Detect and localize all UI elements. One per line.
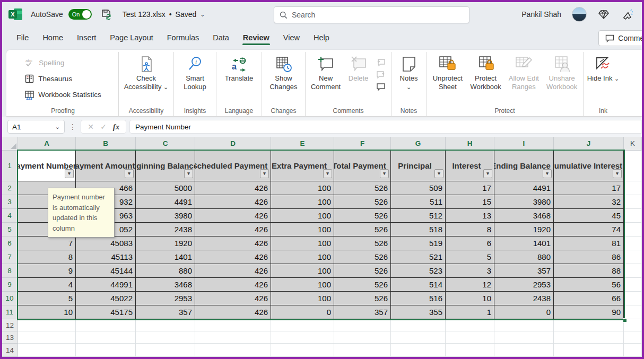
cell-f3[interactable]: 526 [334,195,391,209]
cell-h11[interactable]: 1 [446,305,494,319]
header-cell-f1[interactable]: Total Payment▾ [334,151,391,181]
tab-help[interactable]: Help [307,29,336,47]
cell-e5[interactable]: 100 [271,223,334,237]
cell-c8[interactable]: 880 [136,264,195,278]
cell-j2[interactable]: 17 [554,181,624,195]
cell-h8[interactable]: 3 [446,264,494,278]
cell-c3[interactable]: 4491 [136,195,195,209]
cell-i5[interactable]: 1920 [494,223,554,237]
cell-a12[interactable] [18,319,76,331]
cell-k6[interactable] [624,237,642,250]
cell-f13[interactable] [334,331,391,344]
cell-i13[interactable] [494,331,554,344]
cell-i11[interactable]: 0 [494,305,554,319]
cell-k8[interactable] [624,264,642,278]
cell-h6[interactable]: 6 [446,237,494,250]
cell-e13[interactable] [271,331,334,344]
cell-d9[interactable]: 426 [195,278,271,292]
row-header-4[interactable]: 4 [2,209,18,223]
cell-c12[interactable] [136,319,195,331]
notes-button[interactable]: Notes⌄ [394,53,424,92]
document-title[interactable]: Test 123.xlsx [123,10,166,19]
tab-file[interactable]: File [10,29,36,47]
tab-formulas[interactable]: Formulas [160,29,206,47]
cell-c10[interactable]: 2953 [136,292,195,305]
row-header-12[interactable]: 12 [2,319,18,331]
show-comments-button[interactable] [375,82,387,91]
header-cell-j1[interactable]: Cumulative Interest▾ [554,151,624,181]
cell-i6[interactable]: 1401 [494,237,554,250]
cell-j7[interactable]: 86 [554,250,624,264]
cell-f2[interactable]: 526 [334,181,391,195]
cell-b8[interactable]: 45144 [76,264,136,278]
header-cell-d1[interactable]: Scheduled Payment▾ [195,151,271,181]
cell-h10[interactable]: 10 [446,292,494,305]
cell-a8[interactable]: 9 [18,264,76,278]
cell-f12[interactable] [334,319,391,331]
cell-d10[interactable]: 426 [195,292,271,305]
cell-d4[interactable]: 426 [195,209,271,223]
cell-g10[interactable]: 516 [391,292,446,305]
premium-diamond-icon[interactable] [597,8,610,21]
cell-i14[interactable] [494,344,554,357]
cell-i10[interactable]: 2438 [494,292,554,305]
cell-g7[interactable]: 521 [391,250,446,264]
search-input[interactable] [292,11,464,19]
cell-f14[interactable] [334,344,391,357]
user-avatar[interactable] [572,7,587,22]
cell-a7[interactable]: 8 [18,250,76,264]
tab-insert[interactable]: Insert [70,29,103,47]
cell-e8[interactable]: 100 [271,264,334,278]
cell-e4[interactable]: 100 [271,209,334,223]
cell-b7[interactable]: 45113 [76,250,136,264]
show-changes-button[interactable]: Show Changes [265,53,303,92]
cell-e2[interactable]: 100 [271,181,334,195]
header-cell-e1[interactable]: Extra Payment▾ [271,151,334,181]
cell-d14[interactable] [195,344,271,357]
cell-k12[interactable] [624,319,642,331]
cell-j3[interactable]: 32 [554,195,624,209]
row-header-6[interactable]: 6 [2,237,18,250]
cell-e11[interactable]: 0 [271,305,334,319]
cell-g4[interactable]: 512 [391,209,446,223]
cell-g12[interactable] [391,319,446,331]
title-chevron-down-icon[interactable]: ⌄ [200,11,205,18]
row-header-1[interactable]: 1 [2,151,18,181]
tab-page-layout[interactable]: Page Layout [103,29,160,47]
cell-j9[interactable]: 56 [554,278,624,292]
cell-d2[interactable]: 426 [195,181,271,195]
column-header-i[interactable]: I [494,137,554,151]
workbook-statistics-button[interactable]: 123 Workbook Statistics [21,87,104,102]
cell-c5[interactable]: 2438 [136,223,195,237]
column-header-h[interactable]: H [446,137,494,151]
cell-k1[interactable] [624,151,642,181]
cell-c2[interactable]: 5000 [136,181,195,195]
cell-i3[interactable]: 3980 [494,195,554,209]
whats-new-megaphone-icon[interactable] [621,7,634,21]
row-header-14[interactable]: 14 [2,344,18,357]
cell-k10[interactable] [624,292,642,305]
cell-k2[interactable] [624,181,642,195]
filter-dropdown-icon[interactable]: ▾ [184,169,193,178]
cell-f9[interactable]: 526 [334,278,391,292]
filter-dropdown-icon[interactable]: ▾ [260,169,269,178]
cell-j14[interactable] [554,344,624,357]
cell-g2[interactable]: 509 [391,181,446,195]
column-header-f[interactable]: F [334,137,391,151]
cell-k13[interactable] [624,331,642,344]
row-header-11[interactable]: 11 [2,305,18,319]
cell-e9[interactable]: 100 [271,278,334,292]
filter-dropdown-icon[interactable]: ▾ [380,169,389,178]
cell-j6[interactable]: 81 [554,237,624,250]
excel-app-icon[interactable]: X [8,7,22,21]
cell-k3[interactable] [624,195,642,209]
cell-j5[interactable]: 74 [554,223,624,237]
column-header-b[interactable]: B [76,137,136,151]
previous-comment-button[interactable] [375,57,387,67]
spelling-button[interactable]: abc Spelling [21,55,104,70]
cell-e7[interactable]: 100 [271,250,334,264]
header-cell-i1[interactable]: Ending Balance▾ [494,151,554,181]
row-header-2[interactable]: 2 [2,181,18,195]
cell-a10[interactable]: 5 [18,292,76,305]
cell-c9[interactable]: 3468 [136,278,195,292]
